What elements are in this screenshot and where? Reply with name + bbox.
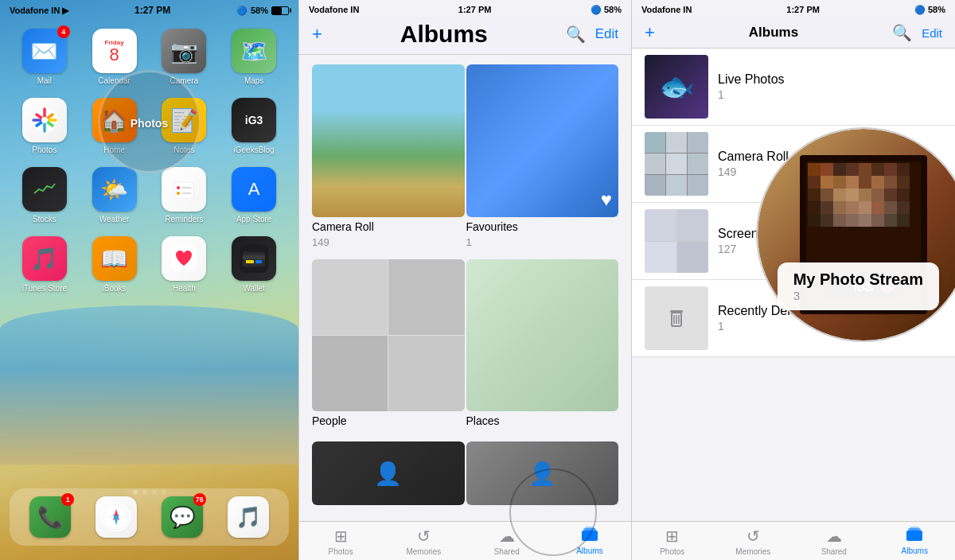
app-calendar[interactable]: Friday 8 Calendar (83, 29, 146, 85)
tab-shared-3[interactable]: ☁ Shared (793, 527, 875, 556)
app-wallet[interactable]: Wallet (222, 236, 286, 293)
status-bar-3: Vodafone IN 1:27 PM 🔵 58% (632, 0, 955, 18)
svg-point-1 (41, 117, 48, 123)
add-album-button[interactable]: + (312, 24, 322, 45)
svg-rect-51 (871, 189, 884, 201)
app-ibooks[interactable]: 📖 iBooks (83, 236, 146, 293)
tab-albums-2[interactable]: Albums (548, 527, 631, 555)
app-camera-label: Camera (170, 76, 199, 85)
dock-safari[interactable] (96, 496, 137, 538)
app-maps[interactable]: 🗺️ Maps (222, 29, 286, 85)
add-album-button-3[interactable]: + (645, 22, 655, 43)
status-carrier-2: Vodafone IN (309, 5, 359, 14)
svg-point-4 (177, 192, 180, 195)
tab-memories-3[interactable]: ↺ Memories (713, 527, 794, 556)
svg-rect-40 (833, 176, 846, 189)
tab-photos-label-3: Photos (660, 547, 684, 556)
svg-rect-52 (884, 189, 897, 201)
edit-button-3[interactable]: Edit (922, 26, 942, 40)
photo-stream-label: My Photo Stream 3 (778, 262, 939, 310)
svg-rect-47 (821, 189, 833, 201)
tab-shared-label-2: Shared (494, 547, 520, 556)
app-home-label: Home (103, 146, 125, 154)
status-time-1: 1:27 PM (134, 5, 170, 16)
albums-scroll[interactable]: Camera Roll 149 ♥ Favourites 1 (299, 55, 631, 519)
app-notes[interactable]: 📝 Notes (153, 98, 216, 154)
app-notes-label: Notes (173, 146, 194, 154)
album-partial-1[interactable]: 👤 (312, 441, 465, 505)
tab-shared-label-3: Shared (821, 547, 847, 556)
svg-rect-69 (897, 214, 910, 227)
app-appstore-label: App Store (236, 215, 271, 224)
app-grid: ✉️ 4 Mail Friday 8 Calendar 📷 Camera 🗺️ … (0, 19, 298, 302)
album-favourites-count: 1 (466, 236, 619, 248)
app-igeeks[interactable]: iG3 iGeeksBlog (222, 98, 286, 154)
tab-albums-3[interactable]: Albums (875, 527, 956, 555)
search-icon-2[interactable]: 🔍 (566, 25, 586, 44)
app-health[interactable]: Health (153, 236, 216, 293)
svg-rect-2 (174, 182, 193, 198)
app-mail-label: Mail (37, 76, 52, 85)
tab-photos-2[interactable]: ⊞ Photos (299, 527, 382, 556)
album-people[interactable]: People (312, 259, 465, 431)
album-people-name: People (312, 414, 465, 427)
app-ibooks-label: iBooks (103, 284, 127, 293)
svg-rect-43 (871, 176, 884, 189)
album-live-photos[interactable]: 🐟 Live Photos 1 (632, 49, 955, 126)
svg-rect-34 (859, 163, 871, 176)
svg-rect-58 (859, 201, 871, 214)
app-mail[interactable]: ✉️ 4 Mail (13, 29, 76, 85)
mail-badge: 4 (57, 25, 70, 38)
search-icon-3[interactable]: 🔍 (892, 23, 912, 42)
svg-rect-39 (821, 176, 833, 189)
edit-button-2[interactable]: Edit (595, 26, 618, 42)
albums-nav-bar: + Albums 🔍 Edit (299, 18, 631, 55)
app-weather-label: Weather (99, 215, 130, 224)
tab-photos-3[interactable]: ⊞ Photos (632, 527, 713, 556)
svg-rect-60 (884, 201, 897, 214)
app-calendar-label: Calendar (98, 76, 131, 85)
tab-memories-2[interactable]: ↺ Memories (382, 527, 465, 556)
app-reminders-label: Reminders (165, 215, 203, 224)
status-battery-3: 🔵 58% (914, 5, 945, 15)
album-places[interactable]: Places (466, 259, 619, 431)
app-home[interactable]: 🏠 Home (83, 98, 146, 154)
albums-screen: Vodafone IN 1:27 PM 🔵 58% + Albums 🔍 Edi… (298, 0, 631, 560)
svg-rect-36 (884, 163, 897, 176)
svg-rect-76 (910, 527, 919, 531)
album-camera-roll-count: 149 (312, 236, 465, 248)
tab-shared-2[interactable]: ☁ Shared (466, 527, 548, 556)
album-favourites[interactable]: ♥ Favourites 1 (466, 64, 619, 248)
albums-grid: Camera Roll 149 ♥ Favourites 1 (299, 55, 631, 519)
home-screen: Vodafone IN ▶ 1:27 PM 🔵 58% Photos ✉️ 4 … (0, 0, 298, 560)
app-photos[interactable]: Photos (13, 98, 76, 154)
camera-roll-name-3: Camera Roll (718, 150, 789, 164)
app-appstore[interactable]: A App Store (222, 167, 286, 224)
svg-rect-12 (255, 260, 262, 263)
app-weather[interactable]: 🌤️ Weather (83, 167, 146, 224)
tab-memories-label-2: Memories (406, 547, 441, 556)
tab-bar-2: ⊞ Photos ↺ Memories ☁ Shared Albums (299, 521, 631, 560)
app-photos-label: Photos (32, 146, 57, 154)
dock: 📞 1 💬 76 🎵 (10, 488, 289, 546)
app-camera[interactable]: 📷 Camera (153, 29, 216, 85)
svg-rect-41 (846, 176, 859, 189)
app-reminders[interactable]: Reminders (153, 167, 216, 224)
svg-rect-67 (871, 214, 884, 227)
dock-messages[interactable]: 💬 76 (162, 496, 203, 538)
album-camera-roll[interactable]: Camera Roll 149 (312, 64, 465, 248)
app-stocks-label: Stocks (33, 215, 57, 224)
svg-rect-66 (859, 214, 871, 227)
svg-rect-53 (897, 189, 910, 201)
dock-phone[interactable]: 📞 1 (29, 496, 71, 538)
app-itunes[interactable]: 🎵 iTunes Store (13, 236, 76, 293)
svg-rect-64 (833, 214, 846, 227)
app-stocks[interactable]: Stocks (13, 167, 76, 224)
svg-rect-45 (897, 176, 910, 189)
dock-music[interactable]: 🎵 (228, 496, 269, 538)
live-photos-count: 1 (718, 88, 785, 101)
album-partial-2[interactable]: 👤 (466, 441, 619, 505)
album-camera-roll-name: Camera Roll (312, 220, 465, 233)
album-places-name: Places (466, 414, 619, 427)
svg-rect-50 (859, 189, 871, 201)
